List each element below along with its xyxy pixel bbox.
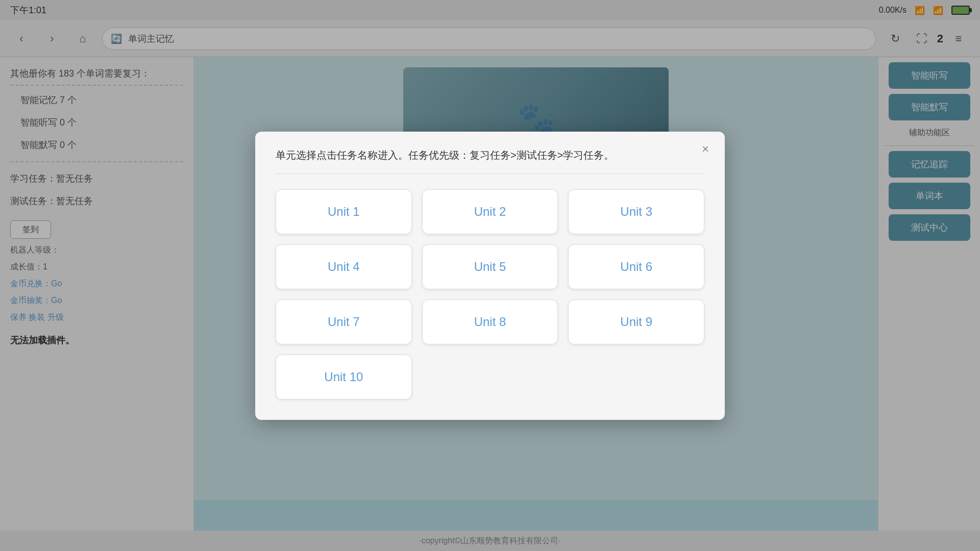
modal-message: 单元选择点击任务名称进入。任务优先级：复习任务>测试任务>学习任务。 <box>276 147 704 174</box>
unit-3-button[interactable]: Unit 3 <box>568 189 704 234</box>
unit-5-button[interactable]: Unit 5 <box>422 244 558 289</box>
unit-10-button[interactable]: Unit 10 <box>276 355 412 399</box>
unit-8-button[interactable]: Unit 8 <box>422 299 558 344</box>
unit-grid: Unit 1Unit 2Unit 3Unit 4Unit 5Unit 6Unit… <box>276 189 704 399</box>
unit-1-button[interactable]: Unit 1 <box>276 189 412 234</box>
modal-overlay[interactable]: × 单元选择点击任务名称进入。任务优先级：复习任务>测试任务>学习任务。 Uni… <box>0 0 980 551</box>
modal-dialog: × 单元选择点击任务名称进入。任务优先级：复习任务>测试任务>学习任务。 Uni… <box>255 132 725 420</box>
unit-6-button[interactable]: Unit 6 <box>568 244 704 289</box>
modal-close-button[interactable]: × <box>696 140 715 158</box>
unit-2-button[interactable]: Unit 2 <box>422 189 558 234</box>
unit-7-button[interactable]: Unit 7 <box>276 299 412 344</box>
unit-4-button[interactable]: Unit 4 <box>276 244 412 289</box>
unit-9-button[interactable]: Unit 9 <box>568 299 704 344</box>
